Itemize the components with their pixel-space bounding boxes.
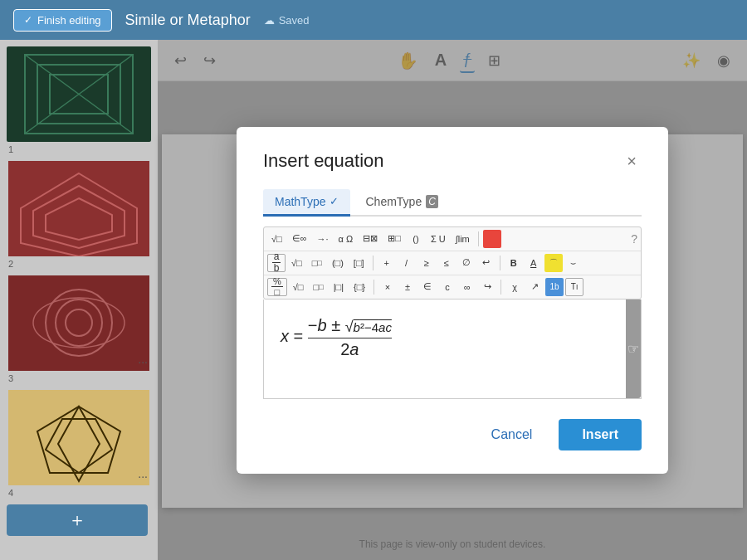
- slide-number-4: 4: [7, 488, 151, 498]
- eq-btn-chi[interactable]: χ: [505, 278, 524, 296]
- modal-tabs: MathType ✓ ChemType C: [263, 189, 642, 217]
- eq-btn-empty[interactable]: ∅: [457, 254, 476, 272]
- eq-btn-sum[interactable]: Σ U: [427, 230, 450, 248]
- modal-footer: Cancel Insert: [263, 419, 642, 450]
- svg-rect-6: [8, 161, 149, 256]
- chemtype-label: ChemType: [365, 195, 422, 208]
- slide-thumb-2: [7, 161, 151, 256]
- eq-btn-plus[interactable]: +: [378, 254, 396, 272]
- eq-btn-1b[interactable]: 1b: [545, 278, 564, 296]
- eq-btn-super[interactable]: □□: [308, 254, 326, 272]
- checkmark-icon: ✓: [24, 14, 32, 26]
- slide-options-4[interactable]: ···: [138, 470, 148, 483]
- eq-btn-underline[interactable]: A: [525, 254, 543, 272]
- slide-item-2[interactable]: 2: [7, 161, 151, 269]
- eq-btn-yellow[interactable]: ⌒: [544, 254, 563, 272]
- eq-btn-geq[interactable]: ≥: [417, 254, 436, 272]
- close-icon: ×: [627, 152, 637, 170]
- equation-scrollbar[interactable]: ☞: [626, 299, 641, 398]
- saved-label-text: Saved: [279, 14, 310, 27]
- eq-btn-bracket[interactable]: ⊞□: [383, 230, 405, 248]
- eq-btn-slash[interactable]: /: [398, 254, 416, 272]
- eq-btn-curly[interactable]: {□}: [349, 278, 369, 296]
- slides-sidebar: 1 2: [0, 40, 158, 560]
- eq-btn-sub[interactable]: (□): [328, 254, 348, 272]
- slide-thumb-1: [7, 46, 151, 142]
- mathtype-check-icon: ✓: [330, 195, 339, 207]
- eq-btn-abs[interactable]: |□|: [330, 278, 348, 296]
- eq-btn-percent[interactable]: % □: [267, 278, 287, 296]
- plus-icon: ＋: [68, 508, 86, 533]
- tab-mathtype[interactable]: MathType ✓: [263, 189, 350, 217]
- eq-btn-leq[interactable]: ≤: [437, 254, 456, 272]
- scrollbar-handle-icon: ☞: [627, 341, 639, 357]
- chemtype-c-icon: C: [426, 195, 438, 208]
- eq-btn-parens[interactable]: (): [407, 230, 425, 248]
- modal-close-button[interactable]: ×: [622, 150, 642, 173]
- slide-item-3[interactable]: 3 ···: [7, 275, 151, 383]
- equation-toolbar: √□ ∈∞ →· α Ω ⊟⊠ ⊞□ () Σ U ∫lim ?: [263, 226, 642, 299]
- tab-chemtype[interactable]: ChemType C: [354, 189, 449, 215]
- finish-editing-label: Finish editing: [37, 14, 101, 27]
- header-bar: ✓ Finish editing Simile or Metaphor ☁ Sa…: [0, 0, 747, 40]
- cloud-icon: ☁: [264, 14, 275, 27]
- mathtype-label: MathType: [275, 195, 325, 208]
- slide-number-3: 3: [7, 373, 151, 383]
- main-content: 1 2: [0, 40, 747, 560]
- equation-formula: x = −b ± √b²−4ac 2a: [274, 309, 398, 366]
- eq-btn-bold[interactable]: B: [505, 254, 523, 272]
- eq-btn-arrow2[interactable]: ↗: [525, 278, 544, 296]
- eq-btn-infinity[interactable]: ∈∞: [288, 230, 311, 248]
- add-slide-button[interactable]: ＋: [7, 504, 148, 536]
- eq-help-icon[interactable]: ?: [631, 232, 637, 246]
- eq-toolbar-row2: a b √□ □□ (□) [□] + / ≥ ≤ ∅: [264, 251, 641, 275]
- finish-editing-button[interactable]: ✓ Finish editing: [13, 9, 112, 32]
- eq-btn-integral[interactable]: ∫lim: [452, 230, 474, 248]
- editing-area: ↩ ↪ ✋ A ƒ ⊞ ✨ ◉: [158, 40, 747, 560]
- saved-status: ☁ Saved: [264, 14, 310, 27]
- eq-btn-frac-box[interactable]: a b: [267, 254, 286, 272]
- eq-btn-arrows[interactable]: →·: [313, 230, 333, 248]
- eq-btn-c[interactable]: c: [438, 278, 456, 296]
- slide-thumb-4: [7, 390, 151, 485]
- insert-equation-modal: Insert equation × MathType ✓ ChemType C: [237, 127, 668, 474]
- eq-btn-inf[interactable]: ∞: [458, 278, 476, 296]
- modal-overlay: Insert equation × MathType ✓ ChemType C: [158, 40, 747, 560]
- slide-number-2: 2: [7, 259, 151, 269]
- equation-input-area[interactable]: x = −b ± √b²−4ac 2a ☞: [263, 299, 642, 399]
- eq-btn-greek[interactable]: α Ω: [334, 230, 358, 248]
- eq-btn-radical[interactable]: √□: [287, 254, 306, 272]
- slide-item-1[interactable]: 1: [7, 46, 151, 154]
- slide-number-1: 1: [7, 144, 151, 154]
- eq-btn-times[interactable]: ×: [378, 278, 397, 296]
- eq-btn-sets[interactable]: ⊟⊠: [359, 230, 382, 248]
- eq-btn-in[interactable]: ∈: [418, 278, 437, 296]
- slide-options-3[interactable]: ···: [138, 355, 148, 368]
- modal-header: Insert equation ×: [263, 150, 642, 173]
- eq-btn-highlight[interactable]: [483, 230, 501, 248]
- eq-toolbar-row1: √□ ∈∞ →· α Ω ⊟⊠ ⊞□ () Σ U ∫lim ?: [264, 227, 641, 251]
- eq-toolbar-row3: % □ √□ □□ |□| {□} × ± ∈ c ∞: [264, 275, 641, 299]
- eq-btn-brackets2[interactable]: [□]: [349, 254, 369, 272]
- eq-btn-sub2[interactable]: □□: [309, 278, 327, 296]
- insert-button[interactable]: Insert: [559, 419, 642, 450]
- slide-item-4[interactable]: 4 ···: [7, 390, 151, 498]
- eq-btn-curved[interactable]: ⌣: [564, 254, 583, 272]
- svg-rect-15: [8, 390, 149, 485]
- cancel-button[interactable]: Cancel: [478, 421, 546, 449]
- eq-btn-radical2[interactable]: √□: [289, 278, 308, 296]
- slide-thumb-3: [7, 275, 151, 371]
- eq-btn-redo2[interactable]: ↪: [478, 278, 496, 296]
- eq-btn-undo2[interactable]: ↩: [477, 254, 496, 272]
- eq-btn-text[interactable]: TI: [565, 278, 583, 296]
- eq-btn-sqrt-frac[interactable]: √□: [267, 230, 286, 248]
- modal-title: Insert equation: [263, 150, 384, 172]
- document-title: Simile or Metaphor: [125, 12, 251, 29]
- eq-btn-pm[interactable]: ±: [398, 278, 417, 296]
